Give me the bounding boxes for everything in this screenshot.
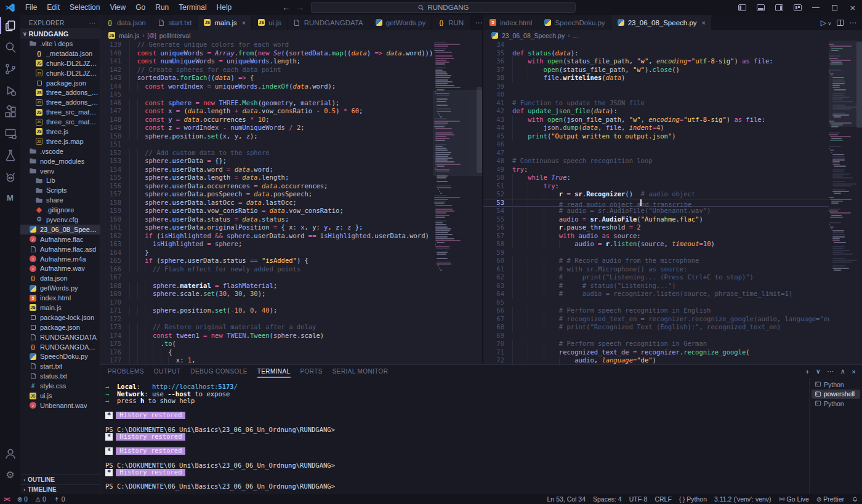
code-line[interactable]: 67# recognized_text_en = recognizer.reco… (483, 315, 829, 324)
code-line[interactable]: 143sortedData.forEach((data) => { (100, 74, 433, 82)
code-line[interactable]: 157sphere.userData.posSpeech = data.posS… (100, 190, 433, 199)
menu-run[interactable]: Run (150, 0, 174, 15)
tab-getWords.py[interactable]: getWords.py (369, 15, 432, 30)
tab-start.txt[interactable]: start.txt (152, 15, 198, 30)
code-line[interactable]: 175.to( (100, 340, 433, 348)
code-line[interactable]: 44json.dump(data, file, indent=4) (483, 124, 829, 132)
new-terminal-icon[interactable]: + (805, 368, 810, 375)
code-line[interactable]: 176{ (100, 348, 433, 357)
split-editor-icon[interactable] (837, 20, 844, 26)
activity-source-control[interactable] (0, 58, 20, 79)
tab-SpeechDoku.py[interactable]: SpeechDoku.py (538, 15, 611, 30)
code-line[interactable]: 45print("Output written to output.json") (483, 132, 829, 141)
code-line[interactable]: 65 (483, 298, 829, 307)
explorer-file-row[interactable]: ⚙pyvenv.cfg (20, 215, 100, 225)
code-line[interactable]: 53# read audio object and transcribe (483, 199, 829, 207)
explorer-file-row[interactable]: status.txt (20, 371, 100, 381)
code-line[interactable]: 155sphere.userData.length = data.length; (100, 174, 433, 182)
code-line[interactable]: 72audio, language="de") (483, 356, 829, 364)
layout-secondary-button[interactable] (770, 0, 788, 15)
explorer-actions-icon[interactable]: ⋯ (89, 19, 96, 27)
status-0[interactable]: ⊗0 (14, 494, 31, 504)
tab-index.html[interactable]: 5index.html (483, 15, 538, 30)
code-line[interactable]: 159sphere.userData.vow_consRatio = data.… (100, 207, 433, 215)
status-spaces-4[interactable]: Spaces: 4 (589, 494, 626, 504)
explorer-file-row[interactable]: {}_metadata.json (20, 49, 100, 58)
code-line[interactable]: 58audio = r.listen(source, timeout=10) (483, 240, 829, 249)
code-line[interactable]: 63# # status("Listening...") (483, 282, 829, 290)
scrollbar-thumb[interactable] (856, 42, 862, 128)
status-python[interactable]: { }Python (675, 494, 711, 504)
activity-extensions[interactable] (0, 101, 20, 122)
code-line[interactable]: 161sphere.userData.originalPosition = { … (100, 223, 433, 232)
minimap[interactable] (433, 41, 482, 364)
code-line[interactable]: 56r.pause_threshold = 2 (483, 223, 829, 232)
menu-help[interactable]: Help (212, 0, 237, 15)
explorer-file-row[interactable]: ♪Aufnahme.flac (20, 234, 100, 244)
code-line[interactable]: 54# audio = sr.AudioFile("Unbenannt.wav"… (483, 207, 829, 215)
code-line[interactable]: 40 (483, 90, 829, 99)
status-ln-53-col-34[interactable]: Ln 53, Col 34 (544, 494, 589, 504)
code-line[interactable]: 50while True: (483, 174, 829, 182)
menu-file[interactable]: File (20, 0, 42, 15)
panel-tab-output[interactable]: OUTPUT (154, 365, 181, 378)
close-icon[interactable]: × (242, 19, 246, 26)
code-line[interactable]: 174const tween1 = new TWEEN.Tween(sphere… (100, 332, 433, 340)
explorer-file-row[interactable]: JSmain.js (20, 303, 100, 313)
explorer-file-row[interactable]: JSthree_src_math_Mat... (20, 117, 100, 127)
minimap-viewport[interactable] (433, 90, 482, 176)
status-0[interactable]: 0 (50, 494, 69, 504)
explorer-file-row[interactable]: start.txt (20, 361, 100, 371)
forward-arrow-icon[interactable]: → (296, 3, 304, 12)
activity-run-debug[interactable] (0, 79, 20, 101)
layout-sidebar-button[interactable] (733, 0, 751, 15)
explorer-file-row[interactable]: 5index.html (20, 293, 100, 303)
panel-tab-serial-monitor[interactable]: SERIAL MONITOR (332, 365, 389, 378)
code-line[interactable]: 177x: 1, (100, 356, 433, 364)
explorer-file-row[interactable]: ♪Unbenannt.wav (20, 401, 100, 410)
code-line[interactable]: 170 (100, 298, 433, 307)
code-line[interactable]: 62# print("Listening... (Press Ctrl+C to… (483, 273, 829, 282)
code-line[interactable]: 66# Perform speech recognition in Englis… (483, 306, 829, 315)
code-line[interactable]: 57with audio as source: (483, 232, 829, 241)
explorer-file-row[interactable]: JSui.js (20, 391, 100, 401)
code-line[interactable]: 34 (483, 41, 829, 49)
code-line[interactable]: 49try: (483, 166, 829, 174)
activity-testing[interactable] (0, 144, 20, 166)
more-icon[interactable]: ⋯ (827, 367, 834, 375)
status-prettier[interactable]: ⊘Prettier (813, 494, 848, 504)
activity-search[interactable] (0, 36, 20, 58)
code-line[interactable]: 64# audio = recognizer.listen(source, ph… (483, 290, 829, 298)
panel-tab-terminal[interactable]: TERMINAL (257, 365, 291, 378)
explorer-file-row[interactable]: ♪Aufnahme.m4a (20, 254, 100, 264)
code-line[interactable]: 41# Function to update the JSON file (483, 99, 829, 108)
explorer-file-row[interactable]: JSchunk-DL2LJZVB.js (20, 58, 100, 68)
explorer-file-row[interactable]: #style.css (20, 381, 100, 391)
explorer-file-row[interactable]: Lib (20, 175, 100, 185)
menu-go[interactable]: Go (131, 0, 150, 15)
menu-edit[interactable]: Edit (42, 0, 65, 15)
code-line[interactable]: 61# with sr.Microphone() as source: (483, 265, 829, 274)
explorer-file-row[interactable]: venv (20, 166, 100, 176)
code-line[interactable]: 151 (100, 140, 433, 149)
code-line[interactable]: 55audio = sr.AudioFile("Aufnahme.flac") (483, 215, 829, 224)
code-line[interactable]: 69 (483, 332, 829, 340)
panel-tab-debug-console[interactable]: DEBUG CONSOLE (190, 365, 247, 378)
code-line[interactable]: 173// Restore original material after a … (100, 323, 433, 332)
code-line[interactable]: 141const numUniqueWords = uniqueWords.le… (100, 57, 433, 66)
code-line[interactable]: 145 (100, 90, 433, 99)
more-actions-icon[interactable]: ⋯ (849, 18, 856, 27)
restore-button[interactable] (825, 0, 844, 15)
menu-selection[interactable]: Selection (65, 0, 105, 15)
explorer-file-row[interactable]: JSchunk-DL2LJZVB.js.... (20, 68, 100, 78)
code-line[interactable]: 36with open(status_file_path, "w", encod… (483, 57, 829, 66)
code-line[interactable]: 158sphere.userData.lastOcc = data.lastOc… (100, 199, 433, 207)
code-line[interactable]: 171sphere.position.set(-10, 0, 40); (100, 306, 433, 315)
status-go-live[interactable]: Go Live (775, 494, 813, 504)
code-line[interactable]: 160sphere.userData.status = data.status; (100, 215, 433, 224)
scrollbar-thumb[interactable] (477, 87, 482, 173)
code-line[interactable]: 139// Generate unique colors for each wo… (100, 41, 433, 49)
sidebar-section-outline[interactable]: ›OUTLINE (20, 474, 100, 484)
code-line[interactable]: 43with open(json_file_path, "w", encodin… (483, 116, 829, 124)
code-line[interactable]: 68# print("Recognized Text (English):", … (483, 323, 829, 332)
